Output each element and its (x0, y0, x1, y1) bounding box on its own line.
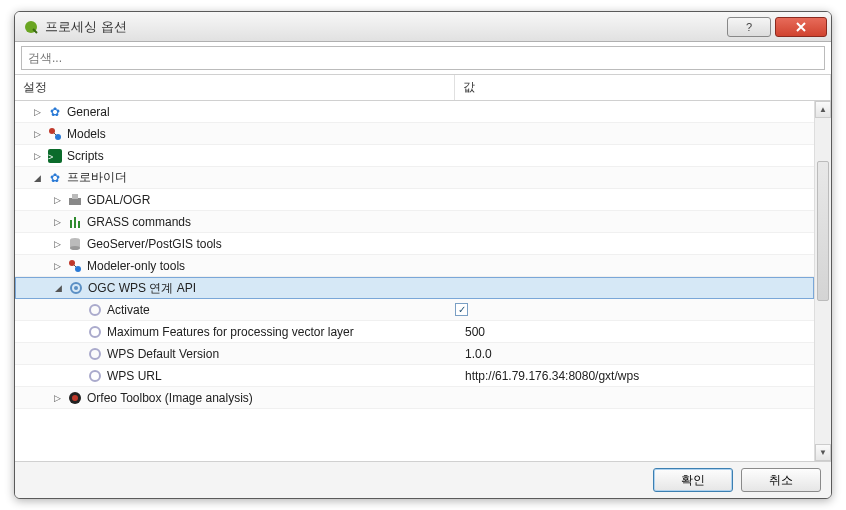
column-headers: 설정 값 (15, 75, 831, 101)
scroll-down-arrow-icon[interactable]: ▼ (815, 444, 831, 461)
activate-checkbox[interactable]: ✓ (455, 303, 468, 316)
setting-label: WPS URL (107, 369, 162, 383)
settings-tree[interactable]: ▷ ✿ General ▷ Models ▷ (15, 101, 814, 461)
tree-item-providers[interactable]: ◢ ✿ 프로바이더 (15, 167, 814, 189)
setting-icon (87, 324, 103, 340)
tree-item-label: OGC WPS 연계 API (88, 280, 196, 297)
tree-item-general[interactable]: ▷ ✿ General (15, 101, 814, 123)
tree-area: ▷ ✿ General ▷ Models ▷ (15, 101, 831, 461)
spacer (71, 370, 83, 382)
vertical-scrollbar[interactable]: ▲ ▼ (814, 101, 831, 461)
setting-value[interactable]: 500 (455, 325, 485, 339)
models-icon (47, 126, 63, 142)
tree-item-label: GDAL/OGR (87, 193, 150, 207)
setting-icon (87, 368, 103, 384)
chevron-down-icon[interactable]: ◢ (52, 282, 64, 294)
chevron-right-icon[interactable]: ▷ (51, 260, 63, 272)
chevron-right-icon[interactable]: ▷ (31, 150, 43, 162)
wps-icon (68, 280, 84, 296)
chevron-down-icon[interactable]: ◢ (31, 172, 43, 184)
chevron-right-icon[interactable]: ▷ (51, 194, 63, 206)
svg-rect-4 (72, 194, 78, 199)
tree-item-ogc-wps[interactable]: ◢ OGC WPS 연계 API (15, 277, 814, 299)
gear-icon: ✿ (47, 170, 63, 186)
chevron-right-icon[interactable]: ▷ (51, 216, 63, 228)
close-button[interactable] (775, 17, 827, 37)
chevron-right-icon[interactable]: ▷ (31, 106, 43, 118)
spacer (71, 326, 83, 338)
setting-label: WPS Default Version (107, 347, 219, 361)
spacer (71, 304, 83, 316)
svg-point-11 (74, 286, 78, 290)
tree-item-label: Models (67, 127, 106, 141)
orfeo-icon (67, 390, 83, 406)
svg-point-17 (72, 395, 78, 401)
search-row (15, 42, 831, 75)
database-icon (67, 236, 83, 252)
tree-item-label: Modeler-only tools (87, 259, 185, 273)
gdal-icon (67, 192, 83, 208)
cancel-button[interactable]: 취소 (741, 468, 821, 492)
titlebar: 프로세싱 옵션 ? (15, 12, 831, 42)
dialog-buttons: 확인 취소 (15, 461, 831, 498)
setting-activate[interactable]: Activate ✓ (15, 299, 814, 321)
setting-label: Activate (107, 303, 150, 317)
ok-button[interactable]: 확인 (653, 468, 733, 492)
tree-item-geoserver[interactable]: ▷ GeoServer/PostGIS tools (15, 233, 814, 255)
svg-point-14 (90, 349, 100, 359)
processing-options-dialog: 프로세싱 옵션 ? 설정 값 ▷ ✿ General (14, 11, 832, 499)
spacer (71, 348, 83, 360)
tree-item-models[interactable]: ▷ Models (15, 123, 814, 145)
qgis-icon (23, 19, 39, 35)
svg-point-13 (90, 327, 100, 337)
search-input[interactable] (21, 46, 825, 70)
tree-item-grass[interactable]: ▷ GRASS commands (15, 211, 814, 233)
tree-item-gdal[interactable]: ▷ GDAL/OGR (15, 189, 814, 211)
setting-value[interactable]: 1.0.0 (455, 347, 492, 361)
svg-point-15 (90, 371, 100, 381)
scroll-up-arrow-icon[interactable]: ▲ (815, 101, 831, 118)
scroll-thumb[interactable] (817, 161, 829, 301)
column-header-setting[interactable]: 설정 (15, 75, 455, 100)
grass-icon (67, 214, 83, 230)
svg-point-12 (90, 305, 100, 315)
tree-item-scripts[interactable]: ▷ Scripts (15, 145, 814, 167)
svg-rect-3 (69, 198, 81, 205)
setting-wps-url[interactable]: WPS URL http://61.79.176.34:8080/gxt/wps (15, 365, 814, 387)
tree-item-orfeo[interactable]: ▷ Orfeo Toolbox (Image analysis) (15, 387, 814, 409)
chevron-right-icon[interactable]: ▷ (51, 238, 63, 250)
setting-icon (87, 302, 103, 318)
window-title: 프로세싱 옵션 (45, 18, 727, 36)
window-buttons: ? (727, 17, 827, 37)
column-header-value[interactable]: 값 (455, 75, 831, 100)
setting-default-version[interactable]: WPS Default Version 1.0.0 (15, 343, 814, 365)
gear-icon: ✿ (47, 104, 63, 120)
tree-item-modeler-only[interactable]: ▷ Modeler-only tools (15, 255, 814, 277)
setting-value[interactable]: http://61.79.176.34:8080/gxt/wps (455, 369, 639, 383)
setting-label: Maximum Features for processing vector l… (107, 325, 354, 339)
help-button[interactable]: ? (727, 17, 771, 37)
scripts-icon (47, 148, 63, 164)
tree-item-label: 프로바이더 (67, 169, 127, 186)
setting-max-features[interactable]: Maximum Features for processing vector l… (15, 321, 814, 343)
tree-item-label: Orfeo Toolbox (Image analysis) (87, 391, 253, 405)
svg-point-7 (70, 246, 80, 250)
setting-icon (87, 346, 103, 362)
tree-item-label: General (67, 105, 110, 119)
models-icon (67, 258, 83, 274)
tree-item-label: GRASS commands (87, 215, 191, 229)
chevron-right-icon[interactable]: ▷ (51, 392, 63, 404)
chevron-right-icon[interactable]: ▷ (31, 128, 43, 140)
tree-item-label: GeoServer/PostGIS tools (87, 237, 222, 251)
tree-item-label: Scripts (67, 149, 104, 163)
